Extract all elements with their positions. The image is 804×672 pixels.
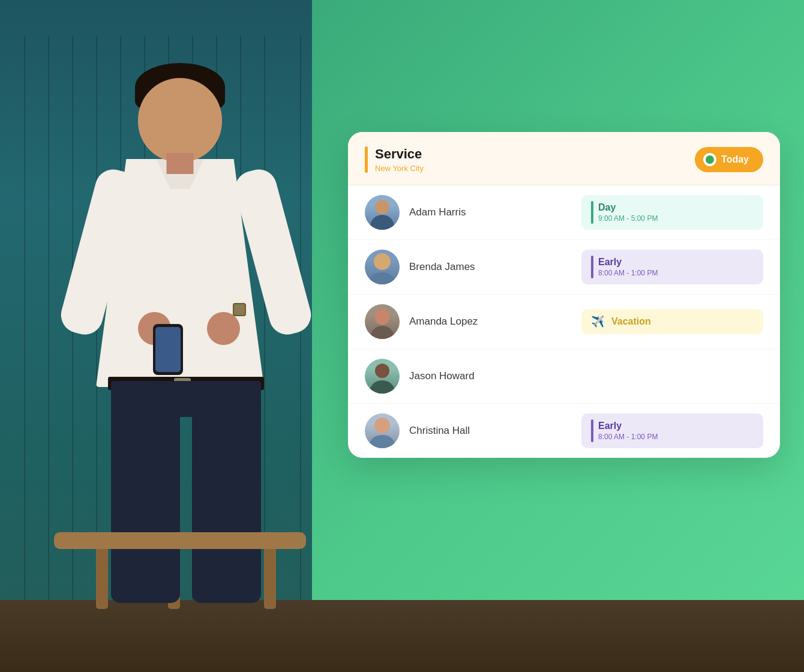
pants <box>111 381 261 603</box>
employee-row[interactable]: Christina Hall Early 8:00 AM - 1:00 PM <box>348 404 780 458</box>
status-dot <box>703 153 716 166</box>
head <box>138 63 222 165</box>
status-dot-inner <box>706 155 714 164</box>
avatar <box>365 413 400 448</box>
employee-list: Adam Harris Day 9:00 AM - 5:00 PM Brenda… <box>348 185 780 458</box>
shift-info: Vacation <box>611 316 651 327</box>
employee-name: Brenda James <box>409 261 572 273</box>
employee-row[interactable]: Brenda James Early 8:00 AM - 1:00 PM <box>348 240 780 295</box>
phone <box>153 324 183 375</box>
shift-color-bar <box>591 419 593 442</box>
shift-badge-vacation: ✈️ Vacation <box>581 309 763 334</box>
hand-right <box>207 312 240 345</box>
shift-name: Early <box>598 421 658 431</box>
shift-badge-early: Early 8:00 AM - 1:00 PM <box>581 250 763 284</box>
shift-name: Vacation <box>611 316 651 327</box>
avatar <box>365 359 400 394</box>
shift-time: 8:00 AM - 1:00 PM <box>598 269 658 277</box>
scene-background: Service New York City Today Adam Harris <box>0 0 804 672</box>
employee-name: Amanda Lopez <box>409 316 572 328</box>
shift-info: Early 8:00 AM - 1:00 PM <box>598 421 658 441</box>
human-body <box>72 30 300 612</box>
pants-right-leg <box>192 381 261 603</box>
person-figure <box>24 30 360 630</box>
shift-badge-day: Day 9:00 AM - 5:00 PM <box>581 195 763 230</box>
employee-row[interactable]: Jason Howard <box>348 349 780 404</box>
service-title: Service <box>375 146 424 162</box>
today-label: Today <box>721 154 749 165</box>
shift-badge-early: Early 8:00 AM - 1:00 PM <box>581 413 763 448</box>
stool-leg <box>96 546 108 609</box>
today-badge[interactable]: Today <box>695 147 763 172</box>
orange-accent-bar <box>365 146 368 173</box>
avatar <box>365 250 400 284</box>
employee-name: Jason Howard <box>409 370 572 382</box>
stool-leg <box>264 546 276 609</box>
employee-name: Adam Harris <box>409 206 572 218</box>
face <box>138 78 222 162</box>
shift-color-bar <box>591 256 593 278</box>
card-header: Service New York City Today <box>348 132 780 185</box>
service-text: Service New York City <box>375 146 424 172</box>
shift-time: 8:00 AM - 1:00 PM <box>598 433 658 441</box>
airplane-icon: ✈️ <box>591 315 604 328</box>
shift-color-bar <box>591 201 593 224</box>
pants-left-leg <box>111 381 180 603</box>
schedule-card: Service New York City Today Adam Harris <box>348 132 780 458</box>
shift-name: Day <box>598 202 658 213</box>
neck <box>167 153 194 174</box>
employee-name: Christina Hall <box>409 425 572 437</box>
phone-screen <box>155 327 181 372</box>
shift-info: Early 8:00 AM - 1:00 PM <box>598 257 658 277</box>
employee-row[interactable]: Adam Harris Day 9:00 AM - 5:00 PM <box>348 185 780 240</box>
employee-row[interactable]: Amanda Lopez ✈️ Vacation <box>348 295 780 349</box>
shift-badge-empty <box>581 370 763 382</box>
avatar <box>365 195 400 230</box>
avatar <box>365 304 400 339</box>
shift-name: Early <box>598 257 658 268</box>
service-city: New York City <box>375 164 424 173</box>
shift-time: 9:00 AM - 5:00 PM <box>598 214 658 223</box>
watch <box>233 303 246 316</box>
stool-top <box>54 532 306 549</box>
shift-info: Day 9:00 AM - 5:00 PM <box>598 202 658 223</box>
service-info: Service New York City <box>365 146 424 173</box>
